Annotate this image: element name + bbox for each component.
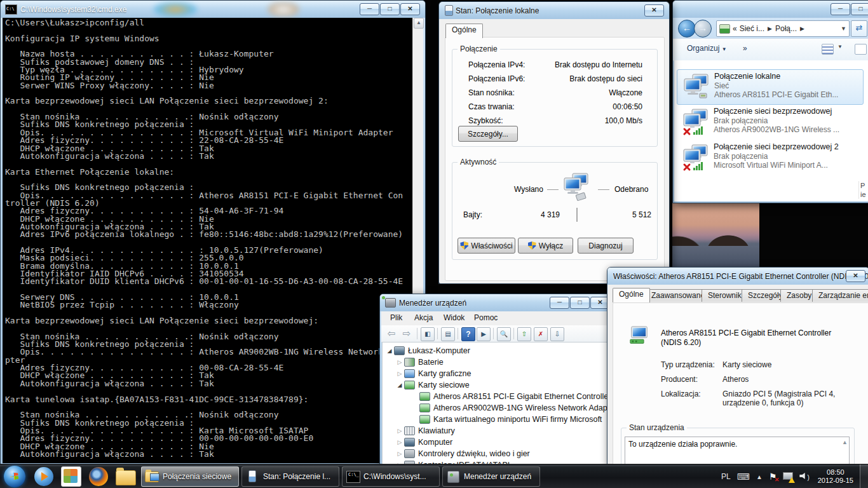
props-titlebar[interactable]: Właściwości: Atheros AR8151 PCI-E Gigabi…: [607, 268, 868, 285]
expander-collapsed-icon[interactable]: ▷: [397, 451, 403, 457]
expander-expanded-icon[interactable]: ◢: [386, 348, 393, 354]
maximize-icon[interactable]: □: [851, 3, 868, 15]
firefox-icon[interactable]: [89, 467, 108, 486]
close-icon[interactable]: ✕: [400, 3, 420, 15]
close-icon[interactable]: ✕: [846, 270, 865, 282]
explorer-titlebar[interactable]: ─ □: [673, 1, 868, 18]
preview-pane-icon[interactable]: [855, 44, 867, 55]
menu-view[interactable]: Widok: [444, 313, 465, 322]
minimize-icon[interactable]: ─: [360, 3, 379, 15]
tab-general[interactable]: Ogólne: [445, 24, 483, 38]
taskbar-button-connection-status[interactable]: Stan: Połączenie l...: [241, 466, 339, 487]
device-tree: ◢ Łukasz-Komputer ▷ Baterie ▷ Karty graf…: [382, 342, 612, 464]
tab-driver[interactable]: Sterownik: [702, 289, 748, 302]
show-desktop-button[interactable]: [860, 464, 868, 488]
menu-action[interactable]: Akcja: [414, 313, 433, 322]
list-item-wireless-connection-2[interactable]: Połączenie sieci bezprzewodowej 2 Brak p…: [677, 140, 862, 175]
taskbar-button-cmd[interactable]: C:\_ C:\Windows\syst...: [342, 466, 440, 487]
details-button[interactable]: Szczegóły...: [458, 126, 518, 142]
status-row: Połączenia IPv4: Brak dostępu do Interne…: [468, 60, 642, 70]
expander-expanded-icon[interactable]: ◢: [397, 382, 403, 388]
volume-icon[interactable]: ): [799, 471, 809, 482]
views-icon[interactable]: [822, 44, 834, 55]
forward-icon[interactable]: ⇨: [400, 327, 413, 340]
restore-icon[interactable]: □: [380, 3, 400, 15]
close-icon[interactable]: ✕: [644, 4, 664, 17]
keyboard-layout-icon[interactable]: ⌨: [737, 471, 750, 482]
tab-general[interactable]: Ogólne: [613, 288, 650, 302]
console-output[interactable]: C:\Users\Łukasz>ipconfig/all Konfiguracj…: [3, 18, 413, 463]
menu-file[interactable]: Plik: [390, 313, 402, 322]
show-console-tree-icon[interactable]: ◧: [421, 327, 435, 341]
list-item-wireless-connection[interactable]: Połączenie sieci bezprzewodowej Brak poł…: [677, 105, 862, 139]
photo-gallery-icon[interactable]: [61, 466, 81, 487]
tree-item-display-adapters[interactable]: ▷ Karty graficzne: [397, 368, 471, 379]
explorer-folder-icon[interactable]: [116, 470, 136, 485]
expander-collapsed-icon[interactable]: ▷: [397, 439, 403, 445]
breadcrumb-network[interactable]: Sieć i...: [740, 24, 764, 33]
tree-item-atheros-ar9002wb[interactable]: Atheros AR9002WB-1NG Wireless Network Ad…: [418, 402, 612, 414]
tree-item-batteries[interactable]: ▷ Baterie: [397, 356, 444, 368]
list-item-local-connection[interactable]: Połączenie lokalne Sieć Atheros AR8151 P…: [677, 69, 864, 105]
minimize-icon[interactable]: ─: [831, 3, 850, 15]
minimize-icon[interactable]: ─: [550, 297, 569, 309]
views-dropdown-icon[interactable]: ▼: [837, 44, 843, 50]
action-center-icon[interactable]: ⚑✕: [769, 471, 777, 482]
help-icon[interactable]: ?: [461, 327, 475, 341]
status-titlebar[interactable]: Stan: Połączenie lokalne ✕: [439, 2, 669, 19]
tree-item-atheros-ar8151[interactable]: Atheros AR8151 PCI-E Gigabit Ethernet Co…: [418, 391, 612, 402]
chevron-right-icon[interactable]: ▶: [797, 25, 808, 32]
network-folder-icon: [145, 470, 159, 484]
show-hidden-icons[interactable]: ▲: [756, 473, 763, 480]
maximize-icon[interactable]: □: [570, 297, 590, 309]
scan-icon[interactable]: 🔍: [497, 327, 511, 341]
expander-collapsed-icon[interactable]: ▷: [397, 359, 403, 365]
menu-help[interactable]: Pomoc: [474, 313, 498, 322]
tree-item-keyboards[interactable]: ▷ Klawiatury: [397, 425, 455, 437]
scan-hardware-changes-icon[interactable]: ⇩: [550, 327, 564, 341]
taskbar-button-device-manager[interactable]: Menedżer urządzeń: [442, 466, 540, 487]
breadcrumb-connections[interactable]: Połą...: [775, 24, 797, 33]
scroll-up-icon[interactable]: ▲: [842, 439, 848, 445]
start-button[interactable]: [4, 466, 25, 487]
props-title: Właściwości: Atheros AR8151 PCI-E Gigabi…: [613, 272, 868, 281]
uninstall-device-icon[interactable]: ✗: [534, 327, 548, 341]
language-indicator[interactable]: PL: [721, 472, 731, 481]
tree-item-sound-controllers[interactable]: ▷ Kontrolery dźwięku, wideo i gier: [397, 448, 530, 459]
tab-power-management[interactable]: Zarządzanie energią: [812, 289, 868, 302]
tree-item-network-adapters[interactable]: ◢ Karty sieciowe: [397, 379, 470, 391]
chevron-right-icon[interactable]: ▶: [764, 25, 775, 32]
action-pane-icon[interactable]: ▶: [477, 327, 491, 341]
connection-name: Połączenie sieci bezprzewodowej: [714, 107, 832, 116]
disable-button[interactable]: Wyłącz: [518, 238, 573, 254]
breadcrumb-dropdown-icon[interactable]: ▼: [841, 25, 846, 32]
back-icon[interactable]: ⇦: [385, 327, 398, 340]
expander-collapsed-icon[interactable]: ▷: [397, 370, 403, 377]
devmgr-titlebar[interactable]: Menedżer urządzeń ─ □ ✕: [380, 294, 614, 311]
expander-collapsed-icon[interactable]: ▷: [397, 428, 403, 434]
back-button[interactable]: ←: [678, 20, 696, 37]
update-driver-icon[interactable]: ⇧: [517, 327, 531, 341]
tree-item-computer[interactable]: ▷ Komputer: [397, 437, 452, 448]
forward-button[interactable]: →: [694, 20, 712, 37]
clock[interactable]: 08:50 2012-09-15: [818, 468, 853, 485]
properties-button[interactable]: Właściwości: [458, 238, 515, 254]
properties-icon[interactable]: ▤: [441, 327, 455, 341]
refresh-icon[interactable]: ⇄: [851, 20, 867, 37]
explorer-command-bar: Organizuj ▼ » ▼: [673, 38, 868, 61]
organize-menu[interactable]: Organizuj ▼: [687, 44, 727, 53]
breadcrumb[interactable]: « Sieć i... ▶ Połą... ▶ ▼: [716, 20, 850, 37]
media-player-icon[interactable]: [34, 467, 53, 486]
diagnose-button[interactable]: Diagnozuj: [578, 238, 634, 254]
explorer-address-bar: ← → « Sieć i... ▶ Połą... ▶ ▼ ⇄: [673, 18, 868, 38]
taskbar-button-network-connections[interactable]: Połączenia sieciowe: [141, 466, 239, 487]
toolbar-overflow-button[interactable]: »: [743, 44, 747, 53]
connection-list: Połączenie lokalne Sieć Atheros AR8151 P…: [674, 60, 868, 201]
cmd-titlebar[interactable]: C:\ C:\Windows\system32\cmd.exe ─ □ ✕: [1, 1, 425, 18]
tree-item-computer-root[interactable]: ◢ Łukasz-Komputer: [386, 345, 470, 356]
network-warning-icon[interactable]: [783, 471, 793, 482]
tree-item-virtual-wifi-miniport[interactable]: Karta wirtualnego miniportu WiFi firmy M…: [418, 414, 602, 425]
connection-name: Połączenie lokalne: [714, 72, 780, 81]
scroll-up-icon[interactable]: ▲: [414, 18, 424, 29]
desktop: { "cmd": { "title": "C:\\Windows\\system…: [0, 0, 868, 488]
